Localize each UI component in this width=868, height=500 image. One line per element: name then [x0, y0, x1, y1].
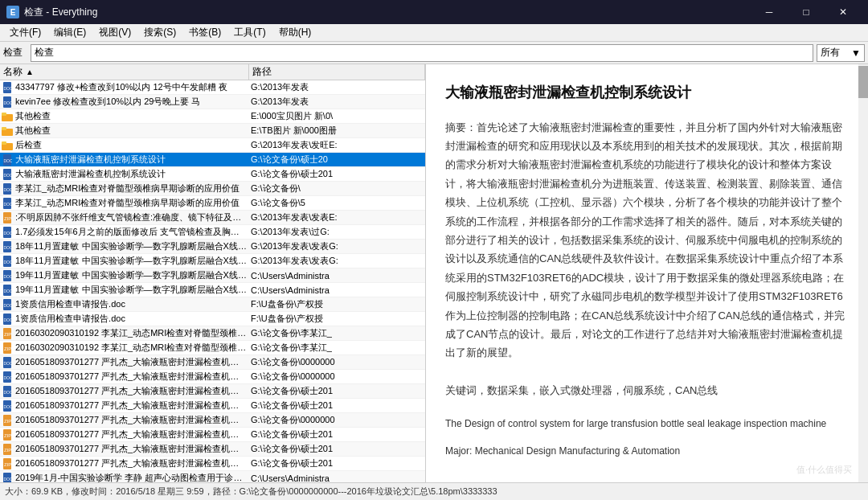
svg-rect-7	[2, 127, 6, 130]
table-row[interactable]: DOC1资质信用检查申请报告.docF:\U盘备份\产权授	[0, 297, 425, 312]
english-title: The Design of control system for large t…	[445, 416, 849, 433]
file-name-cell: DOC18年11月置建敏 中国实验诊断学—数字乳腺断层融合X线摄影与常规超声影像…	[0, 240, 249, 252]
table-row[interactable]: DOC20160518093701277 严扎杰_大输液瓶密封泄漏检查机控制系统…	[0, 384, 425, 399]
minimize-button[interactable]: ─	[751, 0, 788, 24]
menu-item-s[interactable]: 搜索(S)	[137, 24, 182, 41]
svg-text:ZIP: ZIP	[4, 433, 11, 438]
search-label: 检查	[3, 46, 27, 59]
menu-item-b[interactable]: 书签(B)	[182, 24, 227, 41]
table-row[interactable]: ZIP:不明原因肺不张纤维支气管镜检查:准确度、镜下特征及并发症研究分析.zip…	[0, 211, 425, 225]
svg-text:DOC: DOC	[4, 202, 13, 207]
table-row[interactable]: DOC李某江_动态MRI检查对脊髓型颈椎病早期诊断的应用价值G:\论文备份\5	[0, 196, 425, 211]
file-path-cell: G:\论文备份\李某江_	[249, 327, 425, 339]
svg-text:DOC: DOC	[4, 289, 13, 293]
searchbar: 检查 所有 ▼	[0, 42, 868, 64]
table-row[interactable]: DOC大输液瓶密封泄漏检查机控制系统设计G:\论文备份\硕士201	[0, 167, 425, 182]
file-name-cell: DOC李某江_动态MRI检查对脊髓型颈椎病早期诊断的应用价值	[0, 182, 249, 195]
file-name-cell: DOC19年11月置建敏 中国实验诊断学—数字乳腺断层融合X线摄影与常规超声影像…	[0, 269, 249, 281]
table-row[interactable]: ZIP20160302090310192 李某江_动态MRI检查对脊髓型颈椎病早…	[0, 326, 425, 341]
abstract-text: 首先论述了大输液瓶密封泄漏检查的重要性，并且分析了国内外针对大输液瓶密封泄漏检查…	[445, 121, 845, 359]
menu-item-v[interactable]: 视图(V)	[92, 24, 137, 41]
menu-item-h[interactable]: 帮助(H)	[272, 24, 318, 41]
file-name-cell: DOC18年11月置建敏 中国实验诊断学—数字乳腺断层融合X线摄影与常规超声影像…	[0, 255, 249, 267]
file-path-cell: G:\论文备份\0000000	[249, 356, 425, 368]
table-row[interactable]: ZIP20160518093701277 严扎杰_大输液瓶密封泄漏检查机控制系统…	[0, 442, 425, 457]
table-row[interactable]: DOC1资质信用检查申请报告.docF:\U盘备份\产权授	[0, 312, 425, 326]
menu-item-f[interactable]: 文件(F)	[3, 24, 47, 41]
file-name-cell: DOC19年11月置建敏 中国实验诊断学—数字乳腺断层融合X线摄影与常规超声影像…	[0, 284, 249, 296]
table-row[interactable]: 后检查G:\2013年发表\发旺E:	[0, 138, 425, 153]
table-row[interactable]: DOC18年11月置建敏 中国实验诊断学—数字乳腺断层融合X线摄影与常规超声影像…	[0, 240, 425, 254]
file-path-cell: G:\论文备份\0000000	[249, 371, 425, 383]
file-type-icon: ZIP	[2, 429, 13, 441]
file-path-cell: G:\2013年发表\过G:	[249, 226, 425, 238]
search-input-container[interactable]	[31, 44, 813, 62]
table-row[interactable]: ZIP20160518093701277 严扎杰_大输液瓶密封泄漏检查机控制系统…	[0, 413, 425, 428]
table-row[interactable]: DOC20160518093701277 严扎杰_大输液瓶密封泄漏检查机控制系统…	[0, 399, 425, 413]
table-row[interactable]: 其他检查E:\TB图片 新\000图册	[0, 124, 425, 138]
file-type-icon: DOC	[2, 400, 13, 412]
table-row[interactable]: ZIP20160302090310192 李某江_动态MRI检查对脊髓型颈椎病早…	[0, 341, 425, 355]
file-name-cell: ZIP20160518093701277 严扎杰_大输液瓶密封泄漏检查机控制系统…	[0, 414, 249, 426]
table-row[interactable]: DOC2019年1月-中国实验诊断学 李静 超声心动图检查用于诊断胎儿心律失常和…	[0, 471, 425, 482]
file-list[interactable]: DOC43347797 修改+检查改到10%以内 12号中午发邮糟 夜G:\20…	[0, 80, 425, 482]
file-type-icon: ZIP	[2, 342, 13, 354]
file-type-icon: ZIP	[2, 444, 13, 455]
preview-panel: 大输液瓶密封泄漏检查机控制系统设计 摘要：首先论述了大输液瓶密封泄漏检查的重要性…	[426, 64, 868, 482]
file-type-icon	[2, 111, 13, 122]
scrollbar-thumb[interactable]	[858, 66, 868, 98]
table-row[interactable]: DOC18年11月置建敏 中国实验诊断学—数字乳腺断层融合X线摄影与常规超声影像…	[0, 254, 425, 268]
file-path-cell: G:\论文备份\0000000	[249, 414, 425, 426]
file-type-icon: DOC	[2, 386, 13, 397]
titlebar-controls: ─ □ ✕	[751, 0, 862, 24]
file-type-icon: ZIP	[2, 415, 13, 426]
table-row[interactable]: ZIP20160518093701277 严扎杰_大输液瓶密封泄漏检查机控制系统…	[0, 428, 425, 442]
file-path-cell: G:\2013年发表\发表G:	[249, 240, 425, 252]
file-path-cell: G:\论文备份\硕士201	[249, 428, 425, 441]
file-name-cell: DOC1资质信用检查申请报告.doc	[0, 298, 249, 310]
file-type-icon: DOC	[2, 227, 13, 238]
table-row[interactable]: DOC20160518093701277 严扎杰_大输液瓶密封泄漏检查机控制系统…	[0, 370, 425, 384]
table-row[interactable]: DOC1.7必须发15年6月之前的版面修改后 支气管镜检查及胸部灌洗冲洗治疗小儿…	[0, 225, 425, 240]
search-input[interactable]	[31, 47, 813, 59]
close-button[interactable]: ✕	[825, 0, 862, 24]
file-path-cell: G:\2013年发表	[249, 81, 425, 93]
titlebar-title: 检查 - Everything	[24, 6, 97, 19]
table-row[interactable]: DOC20160518093701277 严扎杰_大输液瓶密封泄漏检查机控制系统…	[0, 355, 425, 370]
menu-item-t[interactable]: 工具(T)	[227, 24, 272, 41]
file-name-cell: DOC1资质信用检查申请报告.doc	[0, 313, 249, 325]
svg-text:ZIP: ZIP	[4, 462, 11, 467]
svg-text:ZIP: ZIP	[4, 346, 11, 351]
maximize-button[interactable]: □	[788, 0, 825, 24]
vertical-scrollbar[interactable]	[858, 64, 868, 482]
table-row[interactable]: DOCkevin7ee 修改检查改到10%以内 29号晚上要 马G:\2013年…	[0, 95, 425, 109]
column-header-path[interactable]: 路径	[249, 64, 425, 80]
scope-dropdown[interactable]: 所有 ▼	[817, 44, 865, 62]
svg-text:DOC: DOC	[4, 361, 13, 366]
table-row[interactable]: DOC大输液瓶密封泄漏检查机控制系统设计G:\论文备份\硕士20	[0, 153, 425, 167]
file-type-icon: DOC	[2, 82, 13, 93]
table-row[interactable]: DOC43347797 修改+检查改到10%以内 12号中午发邮糟 夜G:\20…	[0, 80, 425, 95]
column-header-name[interactable]: 名称 ▲	[0, 64, 249, 80]
file-path-cell: C:\Users\Administra	[249, 473, 425, 483]
table-row[interactable]: 其他检查E:\000宝贝图片 新\0\	[0, 109, 425, 124]
file-type-icon: DOC	[2, 96, 13, 108]
file-name-cell: 其他检查	[0, 125, 249, 137]
svg-text:DOC: DOC	[4, 86, 13, 91]
file-name-cell: ZIP20160518093701277 严扎杰_大输液瓶密封泄漏检查机控制系统…	[0, 428, 249, 441]
file-name-cell: DOC2019年1月-中国实验诊断学 李静 超声心动图检查用于诊断胎儿心律失常和…	[0, 472, 249, 482]
status-text: 大小：69.9 KB，修改时间：2016/5/18 星期三 9:59，路径：G:…	[5, 486, 497, 498]
svg-text:ZIP: ZIP	[4, 332, 11, 337]
table-row[interactable]: ZIP20160518093701277 严扎杰_大输液瓶密封泄漏检查机控制系统…	[0, 457, 425, 471]
svg-text:DOC: DOC	[4, 231, 13, 236]
file-name-cell: ZIP:不明原因肺不张纤维支气管镜检查:准确度、镜下特征及并发症研究分析.zip	[0, 211, 249, 223]
table-row[interactable]: DOC李某江_动态MRI检查对脊髓型颈椎病早期诊断的应用价值G:\论文备份\	[0, 182, 425, 196]
table-row[interactable]: DOC19年11月置建敏 中国实验诊断学—数字乳腺断层融合X线摄影与常规超声影像…	[0, 268, 425, 283]
file-type-icon: DOC	[2, 198, 13, 209]
table-row[interactable]: DOC19年11月置建敏 中国实验诊断学—数字乳腺断层融合X线摄影与常规超声影像…	[0, 283, 425, 297]
menu-item-e[interactable]: 编辑(E)	[47, 24, 92, 41]
menubar: 文件(F)编辑(E)视图(V)搜索(S)书签(B)工具(T)帮助(H)	[0, 24, 868, 42]
svg-text:ZIP: ZIP	[4, 419, 11, 424]
major-label: Major:	[445, 445, 472, 457]
file-name-cell: DOC1.7必须发15年6月之前的版面修改后 支气管镜检查及胸部灌洗冲洗治疗小儿…	[0, 226, 249, 238]
